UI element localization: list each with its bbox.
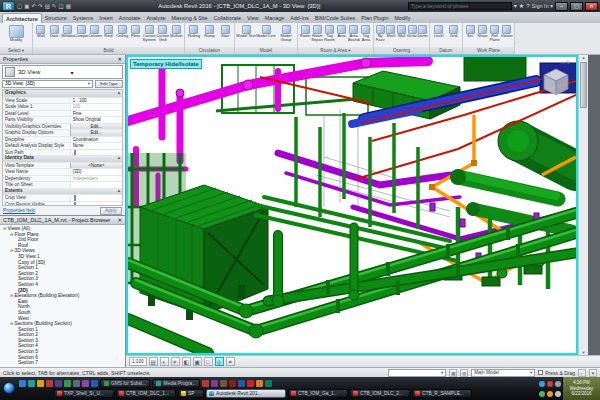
tray-icon[interactable]: [555, 381, 561, 387]
tab-collaborate[interactable]: Collaborate: [211, 13, 245, 23]
quick-launch-icon[interactable]: [256, 380, 263, 387]
worksharing-display-icon[interactable]: ◍: [460, 369, 468, 377]
close-button[interactable]: ✕: [585, 2, 598, 11]
taskbar-toolbar-button[interactable]: Media Progra...: [152, 379, 200, 388]
tab-add-ins[interactable]: Add-Ins: [287, 13, 312, 23]
property-row[interactable]: Scale Value 1:100: [3, 103, 122, 110]
taskbar-window-button-active[interactable]: Autodesk Revit 201...: [206, 389, 286, 398]
help-icon[interactable]: ?: [526, 1, 529, 11]
application-menu-button[interactable]: R: [2, 1, 15, 11]
sign-in-button[interactable]: Sign In ▾: [532, 3, 553, 9]
crop-view-checkbox[interactable]: [74, 195, 76, 201]
tray-icon[interactable]: [539, 381, 545, 387]
type-selector[interactable]: 3D View ▾: [2, 65, 123, 79]
taskbar-window-button[interactable]: SP: [178, 389, 204, 398]
qat-icon[interactable]: ✎: [52, 1, 57, 11]
taskbar-toolbar-button[interactable]: GMS for Subst...: [100, 379, 150, 388]
column-button[interactable]: Column: [88, 24, 102, 47]
tab-systems[interactable]: Systems: [70, 13, 97, 23]
viewcube-home-icon[interactable]: ⌂ ⟲: [561, 59, 570, 65]
panel-label-datum[interactable]: Datum: [430, 47, 462, 54]
tab-bim-code-suites[interactable]: BIM/Code Suites: [312, 13, 358, 23]
qat-icon[interactable]: ◫: [58, 1, 63, 11]
roof-button[interactable]: Roof: [102, 24, 116, 47]
model-canvas[interactable]: Temporary Hide/Isolate ⌂ ⟲: [126, 55, 578, 355]
undo-icon[interactable]: ↶: [31, 1, 36, 11]
infocenter-search-input[interactable]: [408, 2, 512, 10]
search-icon[interactable]: ▾: [514, 1, 517, 11]
crop-view-icon[interactable]: ▣: [193, 357, 202, 366]
shaft-button[interactable]: Shaft: [386, 24, 397, 47]
browser-close-icon[interactable]: ✕: [117, 216, 122, 224]
taskbar-window-button[interactable]: CTB_R_SAMPLE...: [412, 389, 472, 398]
quick-launch-icon[interactable]: [91, 380, 98, 387]
area-button[interactable]: Area: [336, 24, 348, 47]
apply-button[interactable]: Apply: [100, 207, 122, 215]
property-row[interactable]: Detail LevelFine: [3, 110, 122, 117]
tab-manage[interactable]: Manage: [262, 13, 287, 23]
railing-button[interactable]: Railing: [186, 24, 202, 47]
panel-label-circulation[interactable]: Circulation: [185, 47, 234, 54]
panel-label-build[interactable]: Build: [33, 47, 184, 54]
view-template-button[interactable]: <None>: [70, 163, 122, 169]
crop-region-icon[interactable]: □: [204, 357, 213, 366]
opening-by-face-button[interactable]: By Face: [375, 24, 386, 47]
temporary-hide-isolate-badge[interactable]: Temporary Hide/Isolate: [130, 59, 202, 69]
quick-launch-icon[interactable]: [202, 380, 209, 387]
temporary-hide-isolate-icon[interactable]: ◎: [215, 357, 224, 366]
property-row[interactable]: Graphic Display OptionsEdit...: [3, 129, 122, 136]
sun-path-checkbox[interactable]: [74, 150, 76, 156]
start-button[interactable]: [3, 382, 15, 394]
tray-icon[interactable]: [547, 391, 553, 397]
tab-analyze[interactable]: Analyze: [143, 13, 168, 23]
set-work-plane-button[interactable]: Set: [464, 24, 476, 47]
quick-launch-icon[interactable]: [229, 380, 236, 387]
show-work-plane-button[interactable]: Show: [476, 24, 488, 47]
properties-header[interactable]: Properties✕: [0, 55, 125, 64]
shadows-icon[interactable]: ◧: [182, 357, 191, 366]
project-browser-header[interactable]: CTB_IOM_DLC_1A_M.rvt - Project Browser✕: [0, 216, 125, 225]
property-row[interactable]: Default Analysis Display StyleNone: [3, 142, 122, 149]
design-options-dropdown[interactable]: Main Model▾: [471, 369, 535, 377]
quick-launch-icon[interactable]: [64, 380, 71, 387]
property-row[interactable]: View Name{3D}: [3, 168, 122, 175]
room-separator-button[interactable]: Room Separator: [311, 24, 323, 47]
quick-launch-icon[interactable]: [28, 380, 35, 387]
tab-structure[interactable]: Structure: [42, 13, 70, 23]
stair-button[interactable]: Stair: [217, 24, 233, 47]
browser-item[interactable]: Section 7: [0, 360, 125, 366]
taskbar-window-button[interactable]: TXP_Shell_St_U...: [54, 389, 114, 398]
taskbar-window-button[interactable]: CTB_IOM_DLC_2...: [350, 389, 410, 398]
press-drag-toggle[interactable]: Press & Drag: [538, 370, 575, 376]
quick-launch-icon[interactable]: [247, 380, 254, 387]
property-row[interactable]: View Scale1 : 100: [3, 97, 122, 104]
taskbar-clock[interactable]: 4:16 PM Wednesday 6/22/2016: [562, 377, 600, 400]
modify-button[interactable]: Modify: [1, 24, 31, 47]
model-group-button[interactable]: Model Group: [276, 24, 296, 47]
room-button[interactable]: Room: [299, 24, 311, 47]
tray-icon[interactable]: [539, 391, 545, 397]
property-row[interactable]: Crop View: [3, 194, 122, 201]
quick-launch-icon[interactable]: [19, 380, 26, 387]
tab-view[interactable]: View: [244, 13, 262, 23]
grid-button[interactable]: Grid: [446, 24, 461, 47]
panel-label-opening[interactable]: Opening: [374, 47, 429, 54]
tab-architecture[interactable]: Architecture: [2, 13, 42, 23]
tab-annotate[interactable]: Annotate: [116, 13, 144, 23]
wall-opening-button[interactable]: Wall: [396, 24, 407, 47]
tab-modify[interactable]: Modify: [392, 13, 414, 23]
wall-button[interactable]: Wall: [34, 24, 48, 47]
panel-label-select[interactable]: Select ▾: [0, 47, 32, 54]
dormer-button[interactable]: Dormer: [417, 24, 428, 47]
edit-type-button[interactable]: Edit Type: [95, 80, 123, 88]
curtain-grid-button[interactable]: Curtain Grid: [156, 24, 170, 47]
press-drag-checkbox[interactable]: [538, 370, 543, 375]
quick-launch-icon[interactable]: [82, 380, 89, 387]
property-row[interactable]: View Template<None>: [3, 162, 122, 169]
property-row[interactable]: Parts VisibilityShow Original: [3, 116, 122, 123]
viewer-button[interactable]: Viewer: [501, 24, 513, 47]
model-text-button[interactable]: Model Text: [236, 24, 256, 47]
maximize-button[interactable]: ▢: [570, 2, 583, 11]
floor-button[interactable]: Floor: [129, 24, 143, 47]
qat-icon[interactable]: ▢: [17, 1, 22, 11]
